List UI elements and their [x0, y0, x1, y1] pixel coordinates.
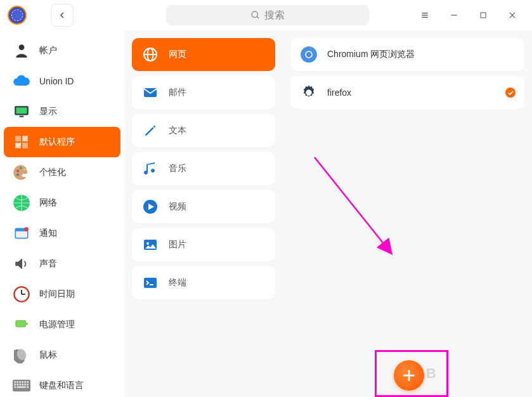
sidebar-item-keyboard[interactable]: 键盘和语言 [0, 370, 124, 397]
svg-rect-55 [144, 278, 157, 288]
annotation-arrow [308, 151, 435, 271]
pencil-icon [142, 122, 159, 139]
svg-rect-6 [481, 13, 486, 18]
sidebar-item-notification[interactable]: 通知 [0, 218, 124, 249]
category-item-music[interactable]: 音乐 [132, 152, 275, 185]
app-label: Chromium 网页浏览器 [327, 49, 415, 60]
chromium-icon [299, 45, 318, 64]
category-label: 视频 [169, 201, 186, 212]
svg-point-58 [306, 52, 311, 57]
sidebar-item-label: 显示 [39, 106, 57, 117]
svg-line-1 [257, 16, 259, 18]
svg-rect-43 [24, 384, 26, 386]
sidebar-item-label: 时间日期 [39, 289, 75, 300]
svg-rect-13 [15, 136, 21, 141]
sidebar: 帐户 Union ID 显示 默认程序 [0, 30, 124, 397]
app-item-firefox[interactable]: firefox [290, 76, 524, 109]
sidebar-item-label: 电源管理 [39, 319, 75, 330]
sidebar-item-label: 个性化 [39, 167, 66, 178]
svg-rect-36 [22, 381, 23, 383]
sidebar-item-datetime[interactable]: 时间日期 [0, 279, 124, 309]
category-list: 网页 邮件 文本 音乐 [124, 30, 283, 397]
sidebar-item-power[interactable]: 电源管理 [0, 309, 124, 340]
sidebar-item-default-apps[interactable]: 默认程序 [4, 127, 120, 157]
svg-rect-16 [22, 143, 28, 148]
notification-icon [13, 225, 30, 242]
svg-rect-42 [22, 384, 23, 386]
sidebar-item-union-id[interactable]: Union ID [0, 66, 124, 96]
category-item-web[interactable]: 网页 [132, 38, 275, 71]
music-icon [142, 160, 159, 177]
menu-button[interactable] [418, 8, 432, 22]
svg-point-20 [16, 174, 19, 176]
svg-rect-39 [14, 384, 16, 386]
network-icon [13, 194, 30, 212]
category-item-text[interactable]: 文本 [132, 114, 275, 147]
sidebar-item-sound[interactable]: 声音 [0, 249, 124, 279]
gear-icon [299, 83, 318, 102]
image-icon [142, 237, 159, 253]
svg-point-19 [23, 168, 26, 171]
search-icon [250, 10, 261, 20]
play-icon [142, 198, 159, 215]
mouse-icon [13, 346, 30, 364]
category-label: 文本 [169, 125, 186, 136]
svg-point-0 [252, 11, 257, 17]
titlebar: 搜索 [0, 0, 532, 30]
close-icon [508, 11, 517, 20]
svg-rect-46 [16, 386, 25, 388]
svg-point-17 [16, 170, 19, 172]
svg-rect-41 [19, 384, 21, 386]
plus-icon [401, 367, 417, 384]
speaker-icon [13, 255, 30, 273]
app-item-chromium[interactable]: Chromium 网页浏览器 [290, 38, 524, 71]
svg-rect-29 [16, 320, 26, 327]
sidebar-item-mouse[interactable]: 鼠标 [0, 340, 124, 370]
sidebar-item-account[interactable]: 帐户 [0, 36, 124, 66]
add-app-button[interactable] [394, 360, 424, 391]
sidebar-item-network[interactable]: 网络 [0, 188, 124, 218]
clock-icon [13, 285, 30, 303]
category-item-mail[interactable]: 邮件 [132, 76, 275, 109]
watermark: B [426, 365, 437, 382]
category-item-image[interactable]: 图片 [132, 228, 275, 261]
app-label: firefox [327, 88, 351, 98]
sidebar-item-label: 鼠标 [39, 349, 57, 361]
category-label: 网页 [169, 49, 186, 60]
svg-point-18 [20, 167, 22, 169]
svg-rect-11 [16, 108, 27, 114]
sidebar-item-label: 默认程序 [39, 136, 75, 148]
palette-icon [13, 164, 30, 181]
globe-icon [142, 46, 159, 63]
close-button[interactable] [505, 8, 519, 22]
svg-rect-40 [16, 384, 18, 386]
category-item-video[interactable]: 视频 [132, 190, 275, 223]
svg-rect-12 [20, 116, 24, 117]
svg-rect-47 [27, 386, 29, 388]
battery-icon [13, 316, 30, 334]
search-placeholder: 搜索 [264, 9, 285, 22]
sidebar-item-display[interactable]: 显示 [0, 96, 124, 127]
maximize-button[interactable] [476, 8, 490, 22]
maximize-icon [479, 11, 487, 19]
svg-rect-30 [27, 323, 28, 325]
sidebar-item-label: 声音 [39, 258, 57, 270]
svg-rect-33 [14, 381, 16, 383]
sidebar-item-label: 键盘和语言 [39, 380, 84, 391]
back-button[interactable] [51, 4, 74, 27]
category-item-terminal[interactable]: 终端 [132, 266, 275, 299]
sidebar-item-label: 帐户 [39, 45, 57, 56]
svg-rect-44 [27, 384, 29, 386]
category-label: 邮件 [169, 87, 186, 98]
window-controls [418, 8, 524, 22]
minimize-button[interactable] [447, 8, 461, 22]
sidebar-item-personalize[interactable]: 个性化 [0, 157, 124, 188]
category-label: 终端 [169, 277, 186, 289]
svg-point-24 [24, 227, 29, 231]
sidebar-item-label: 通知 [39, 228, 57, 239]
search-input[interactable]: 搜索 [166, 5, 369, 25]
svg-rect-35 [19, 381, 21, 383]
default-check-icon [505, 88, 516, 98]
keyboard-icon [13, 377, 30, 394]
sidebar-item-label: 网络 [39, 197, 57, 209]
